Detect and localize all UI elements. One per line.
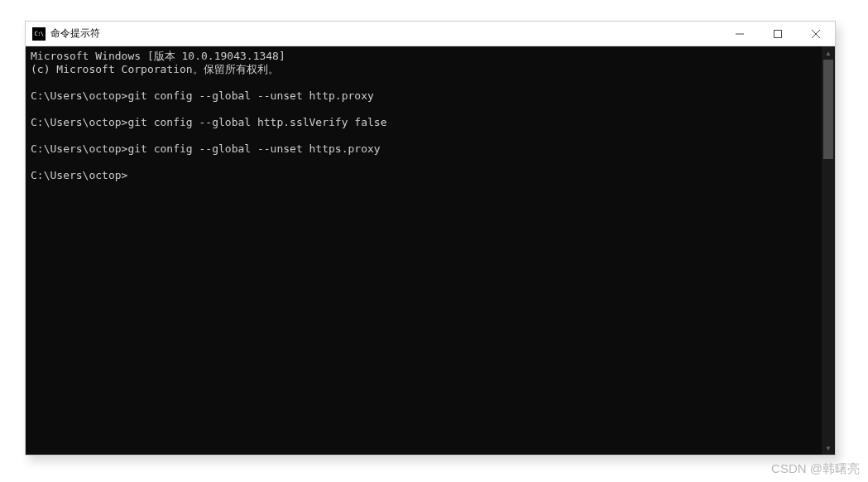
close-button[interactable]: [797, 22, 835, 46]
window-title: 命令提示符: [50, 27, 100, 41]
scrollbar-thumb[interactable]: [823, 60, 833, 159]
minimize-button[interactable]: [721, 22, 759, 46]
cmd-window: C:\ 命令提示符 Microsoft Windows [版本 10.0.190…: [25, 21, 836, 455]
scrollbar[interactable]: ▲ ▼: [822, 46, 835, 455]
titlebar[interactable]: C:\ 命令提示符: [26, 22, 835, 46]
terminal-output[interactable]: Microsoft Windows [版本 10.0.19043.1348] (…: [26, 46, 822, 455]
cmd-icon: C:\: [32, 27, 46, 41]
watermark: CSDN @韩曙亮: [771, 461, 860, 477]
terminal-area: Microsoft Windows [版本 10.0.19043.1348] (…: [26, 46, 835, 455]
window-controls: [721, 22, 835, 46]
svg-rect-1: [774, 30, 782, 37]
scroll-up-arrow[interactable]: ▲: [822, 46, 835, 60]
scroll-down-arrow[interactable]: ▼: [822, 441, 835, 455]
maximize-button[interactable]: [759, 22, 797, 46]
